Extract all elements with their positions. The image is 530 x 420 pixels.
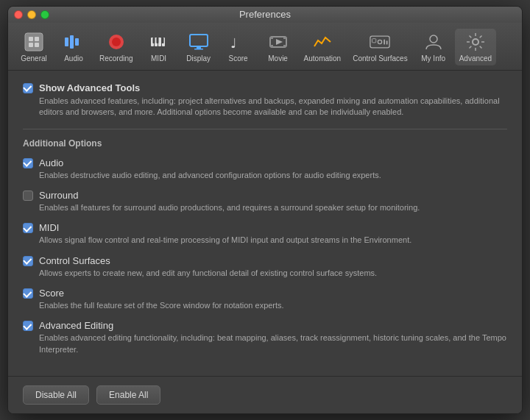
midi-description: Allows signal flow control and real-time… (39, 235, 411, 246)
svg-rect-18 (197, 46, 201, 49)
svg-rect-31 (386, 40, 388, 44)
midi-text: MIDIAllows signal flow control and real-… (39, 222, 411, 246)
preferences-window: Preferences General Audio Recording (7, 6, 523, 415)
toolbar-item-score[interactable]: ♩ Score (220, 29, 257, 65)
toolbar-item-general[interactable]: General (15, 29, 52, 65)
options-list: AudioEnables destructive audio editing, … (23, 157, 507, 356)
show-advanced-tools-text: Show Advanced Tools Enables advanced fea… (39, 82, 507, 118)
svg-rect-5 (65, 38, 68, 46)
svg-rect-14 (152, 38, 155, 43)
score-icon: ♩ (228, 32, 249, 52)
midi-title: MIDI (39, 222, 411, 233)
svg-point-32 (430, 35, 437, 43)
advanced-icon (465, 32, 486, 52)
my-info-icon (423, 32, 444, 52)
control-surfaces-description: Allows experts to create new, and edit a… (39, 268, 377, 279)
toolbar-item-movie[interactable]: Movie (260, 29, 297, 65)
option-advanced-editing: Advanced EditingEnables advanced editing… (23, 320, 507, 355)
enable-all-button[interactable]: Enable All (96, 385, 160, 405)
surround-text: SurroundEnables all features for surroun… (39, 190, 420, 213)
close-button[interactable] (14, 10, 23, 19)
option-surround: SurroundEnables all features for surroun… (23, 190, 507, 213)
midi-checkbox[interactable] (23, 223, 33, 233)
control-surfaces-text: Control SurfacesAllows experts to create… (39, 255, 377, 279)
toolbar-item-audio[interactable]: Audio (55, 29, 92, 65)
svg-rect-2 (35, 37, 39, 41)
show-advanced-tools-description: Enables advanced features, including: pr… (39, 96, 507, 118)
svg-rect-4 (35, 43, 39, 47)
svg-rect-25 (283, 45, 286, 47)
additional-options-title: Additional Options (23, 138, 507, 149)
svg-rect-6 (70, 35, 74, 49)
audio-title: Audio (39, 157, 381, 168)
score-title: Score (39, 288, 284, 299)
toolbar-item-automation[interactable]: Automation (300, 29, 346, 65)
toolbar-item-recording[interactable]: Recording (95, 29, 138, 65)
audio-checkbox[interactable] (23, 158, 33, 168)
audio-description: Enables destructive audio editing, and a… (39, 170, 381, 181)
toolbar-item-display[interactable]: Display (180, 29, 217, 65)
toolbar-item-my-info[interactable]: My Info (415, 29, 452, 65)
control-surfaces-checkbox-wrapper[interactable] (23, 256, 33, 266)
svg-point-29 (378, 40, 382, 43)
general-icon (24, 32, 44, 52)
surround-checkbox-wrapper[interactable] (23, 191, 33, 201)
advanced-editing-title: Advanced Editing (39, 320, 507, 331)
score-description: Enables the full feature set of the Scor… (39, 300, 284, 311)
option-audio: AudioEnables destructive audio editing, … (23, 157, 507, 181)
advanced-editing-text: Advanced EditingEnables advanced editing… (39, 320, 507, 355)
score-checkbox[interactable] (23, 288, 33, 299)
window-controls (14, 10, 49, 19)
recording-label: Recording (99, 54, 133, 63)
svg-rect-28 (372, 38, 376, 42)
svg-rect-17 (190, 35, 208, 46)
movie-label: Movie (268, 54, 288, 63)
footer: Disable All Enable All (8, 376, 522, 413)
control-surfaces-checkbox[interactable] (23, 256, 33, 266)
surround-description: Enables all features for surround audio … (39, 202, 420, 213)
audio-text: AudioEnables destructive audio editing, … (39, 157, 381, 181)
content-area: Show Advanced Tools Enables advanced fea… (8, 71, 522, 377)
svg-rect-23 (270, 45, 273, 47)
toolbar-item-control-surfaces[interactable]: Control Surfaces (348, 29, 411, 65)
svg-marker-26 (276, 39, 283, 45)
advanced-editing-checkbox[interactable] (23, 321, 33, 331)
svg-rect-24 (283, 37, 286, 39)
audio-label: Audio (64, 54, 83, 63)
minimize-button[interactable] (27, 10, 36, 19)
score-text: ScoreEnables the full feature set of the… (39, 288, 284, 311)
toolbar-item-advanced[interactable]: Advanced (455, 29, 496, 65)
show-advanced-tools-checkbox-wrapper[interactable] (23, 83, 33, 93)
control-surfaces-icon (370, 32, 390, 52)
section-divider (23, 129, 507, 129)
midi-label: MIDI (151, 54, 166, 63)
automation-icon (312, 32, 333, 52)
maximize-button[interactable] (40, 10, 49, 19)
midi-icon (149, 32, 169, 52)
score-checkbox-wrapper[interactable] (23, 288, 33, 299)
movie-icon (268, 32, 289, 52)
display-icon (188, 32, 209, 52)
advanced-editing-checkbox-wrapper[interactable] (23, 321, 33, 331)
show-advanced-tools-checkbox[interactable] (23, 83, 33, 93)
disable-all-button[interactable]: Disable All (23, 385, 89, 405)
audio-checkbox-wrapper[interactable] (23, 158, 33, 168)
automation-label: Automation (304, 54, 342, 63)
svg-line-38 (469, 35, 471, 38)
svg-rect-1 (29, 37, 33, 41)
svg-point-9 (112, 38, 121, 46)
svg-line-40 (480, 35, 482, 38)
display-label: Display (186, 54, 211, 63)
svg-rect-16 (161, 38, 163, 43)
svg-rect-15 (156, 38, 158, 43)
surround-checkbox[interactable] (23, 191, 33, 201)
control-surfaces-title: Control Surfaces (39, 255, 377, 266)
option-midi: MIDIAllows signal flow control and real-… (23, 222, 507, 246)
svg-line-39 (480, 46, 482, 48)
svg-point-33 (473, 39, 478, 45)
svg-text:♩: ♩ (230, 36, 236, 51)
toolbar-item-midi[interactable]: MIDI (141, 29, 177, 65)
general-label: General (21, 54, 47, 63)
svg-rect-0 (25, 33, 43, 51)
midi-checkbox-wrapper[interactable] (23, 223, 33, 233)
